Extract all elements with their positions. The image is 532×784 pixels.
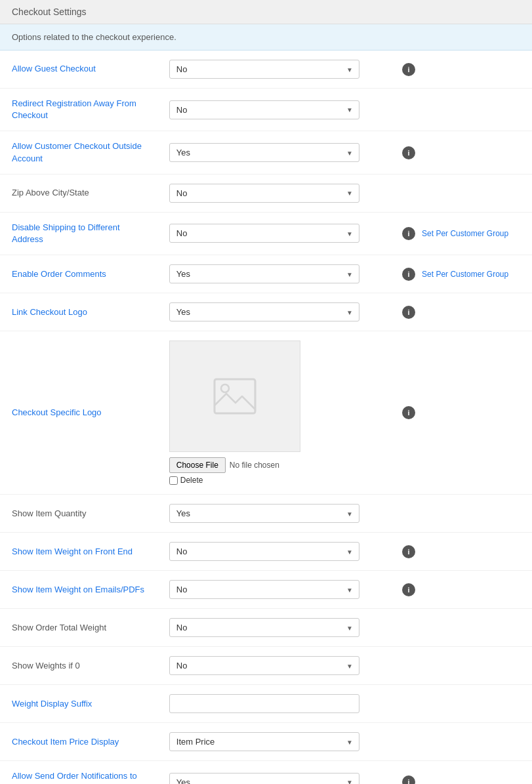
select-show-order-total-weight[interactable]: NoYes [169,618,359,637]
info-icon[interactable]: i [402,583,415,596]
select-link-checkout-logo[interactable]: YesNo [169,302,359,321]
page-title: Checkout Settings [12,7,520,17]
info-cell-checkout-specific-logo: i [390,331,532,495]
choose-file-button[interactable]: Choose File [169,457,226,473]
control-allow-customer-checkout-outside: YesNo [157,131,390,174]
settings-row: Enable Order CommentsYesNoiSet Per Custo… [0,255,532,293]
info-cell-checkout-item-price-display [390,723,532,761]
settings-row: Weight Display Suffix [0,685,532,723]
info-icon[interactable]: i [402,406,415,419]
settings-row: Show Item QuantityYesNo [0,495,532,533]
select-wrapper-link-checkout-logo: YesNo [169,302,359,321]
label-redirect-registration: Redirect Registration Away From Checkout [0,89,157,131]
info-icon[interactable]: i [402,227,415,240]
select-wrapper-zip-above-city-state: NoYes [169,184,359,203]
info-cell-show-weights-if-0 [390,647,532,685]
settings-table: Allow Guest CheckoutNoYesiRedirect Regis… [0,51,532,784]
page-header: Checkout Settings [0,0,532,24]
control-checkout-item-price-display: Item PriceUnit PriceBoth [157,723,390,761]
select-show-item-weight-emails[interactable]: NoYes [169,580,359,599]
control-link-checkout-logo: YesNo [157,293,390,331]
select-allow-guest-checkout[interactable]: NoYes [169,60,359,79]
image-placeholder-icon [212,377,258,416]
info-cell-allow-send-order-notifications: i [390,761,532,784]
info-cell-content: i [402,406,520,419]
label-enable-order-comments: Enable Order Comments [0,255,157,293]
info-icon[interactable]: i [402,268,415,281]
info-cell-weight-display-suffix [390,685,532,723]
control-weight-display-suffix [157,685,390,723]
select-wrapper-redirect-registration: NoYes [169,100,359,119]
info-cell-show-item-quantity [390,495,532,533]
info-cell-content: iSet Per Customer Group [402,268,520,281]
settings-row: Show Item Weight on Front EndNoYesi [0,533,532,571]
label-allow-send-order-notifications: Allow Send Order Notifications to Multip… [0,761,157,784]
info-cell-enable-order-comments: iSet Per Customer Group [390,255,532,293]
select-wrapper-show-item-weight-emails: NoYes [169,580,359,599]
info-cell-show-item-weight-front-end: i [390,533,532,571]
info-cell-content: i [402,775,520,784]
settings-row: Zip Above City/StateNoYes [0,174,532,212]
control-zip-above-city-state: NoYes [157,174,390,212]
info-cell-content: i [402,545,520,558]
delete-checkbox[interactable] [169,476,178,485]
select-show-weights-if-0[interactable]: NoYes [169,656,359,675]
label-weight-display-suffix: Weight Display Suffix [0,685,157,723]
label-show-item-weight-emails: Show Item Weight on Emails/PDFs [0,571,157,609]
info-cell-link-checkout-logo: i [390,293,532,331]
info-cell-content: i [402,63,520,76]
select-checkout-item-price-display[interactable]: Item PriceUnit PriceBoth [169,732,359,751]
select-allow-send-order-notifications[interactable]: YesNo [169,773,359,784]
label-disable-shipping-different-address: Disable Shipping to Different Address [0,212,157,255]
select-wrapper-allow-guest-checkout: NoYes [169,60,359,79]
info-banner-text: Options related to the checkout experien… [12,32,176,42]
select-show-item-quantity[interactable]: YesNo [169,504,359,523]
settings-row: Allow Send Order Notifications to Multip… [0,761,532,784]
select-allow-customer-checkout-outside[interactable]: YesNo [169,143,359,162]
control-show-item-quantity: YesNo [157,495,390,533]
select-wrapper-allow-customer-checkout-outside: YesNo [169,143,359,162]
settings-row: Allow Customer Checkout Outside AccountY… [0,131,532,174]
info-icon[interactable]: i [402,545,415,558]
select-show-item-weight-front-end[interactable]: NoYes [169,542,359,561]
info-cell-redirect-registration [390,89,532,131]
info-cell-content: i [402,146,520,159]
settings-row: Checkout Item Price DisplayItem PriceUni… [0,723,532,761]
text-input-weight-display-suffix[interactable] [169,694,359,713]
settings-row: Link Checkout LogoYesNoi [0,293,532,331]
info-icon[interactable]: i [402,63,415,76]
control-show-item-weight-emails: NoYes [157,571,390,609]
info-cell-allow-customer-checkout-outside: i [390,131,532,174]
control-show-item-weight-front-end: NoYes [157,533,390,571]
info-cell-content: iSet Per Customer Group [402,227,520,240]
file-input-row: Choose FileNo file chosen [169,457,379,473]
settings-row: Redirect Registration Away From Checkout… [0,89,532,131]
page-wrapper: Checkout Settings Options related to the… [0,0,532,784]
control-checkout-specific-logo: Choose FileNo file chosenDelete [157,331,390,495]
info-cell-show-item-weight-emails: i [390,571,532,609]
settings-row: Show Item Weight on Emails/PDFsNoYesi [0,571,532,609]
info-icon[interactable]: i [402,306,415,319]
label-show-order-total-weight: Show Order Total Weight [0,609,157,647]
label-zip-above-city-state: Zip Above City/State [0,174,157,212]
delete-label: Delete [180,476,203,485]
info-cell-allow-guest-checkout: i [390,51,532,89]
control-disable-shipping-different-address: NoYes [157,212,390,255]
label-allow-guest-checkout: Allow Guest Checkout [0,51,157,89]
control-allow-guest-checkout: NoYes [157,51,390,89]
select-wrapper-show-order-total-weight: NoYes [169,618,359,637]
select-wrapper-show-item-quantity: YesNo [169,504,359,523]
info-icon[interactable]: i [402,775,415,784]
select-disable-shipping-different-address[interactable]: NoYes [169,224,359,243]
select-zip-above-city-state[interactable]: NoYes [169,184,359,203]
info-cell-content: i [402,583,520,596]
select-enable-order-comments[interactable]: YesNo [169,264,359,283]
select-redirect-registration[interactable]: NoYes [169,100,359,119]
info-cell-show-order-total-weight [390,609,532,647]
info-banner: Options related to the checkout experien… [0,24,532,51]
settings-row: Show Order Total WeightNoYes [0,609,532,647]
set-per-customer-group-link[interactable]: Set Per Customer Group [422,270,508,279]
settings-row: Disable Shipping to Different AddressNoY… [0,212,532,255]
info-icon[interactable]: i [402,146,415,159]
set-per-customer-group-link[interactable]: Set Per Customer Group [422,229,508,238]
